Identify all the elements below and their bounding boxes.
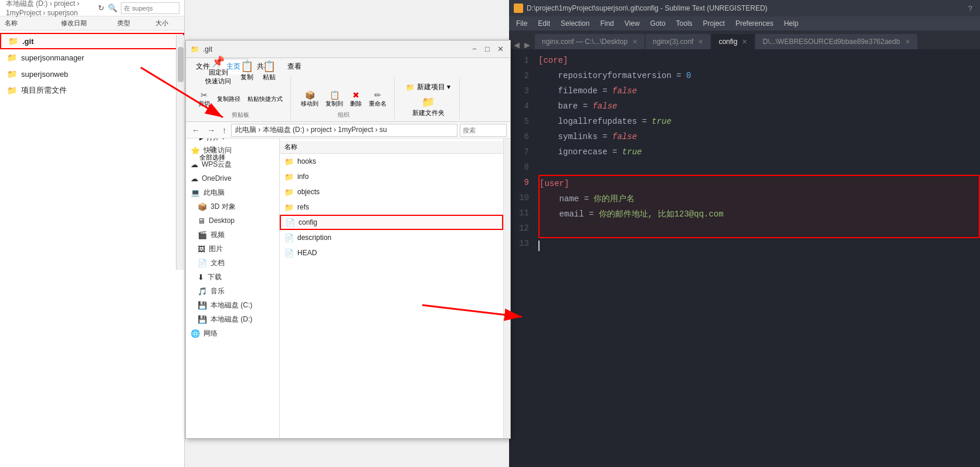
- col-date-header[interactable]: 修改日期: [45, 19, 103, 28]
- back-arrow[interactable]: ←: [189, 126, 202, 135]
- tab-close-icon[interactable]: ✕: [698, 38, 703, 46]
- sidebar-item-quickaccess[interactable]: ⭐ 快速访问: [186, 143, 279, 157]
- exp-col-name[interactable]: 名称: [284, 143, 499, 151]
- pin-button[interactable]: 📌 固定到 快速访问: [201, 53, 235, 87]
- bracket: ]: [563, 53, 568, 68]
- menu-goto[interactable]: Goto: [646, 18, 670, 29]
- menu-help[interactable]: Help: [779, 18, 803, 29]
- up-arrow[interactable]: ↑: [220, 126, 229, 135]
- moveto-button[interactable]: 📦 移动到: [298, 89, 321, 110]
- cut-button[interactable]: ✂ 剪切: [195, 89, 213, 110]
- menu-edit[interactable]: Edit: [533, 18, 555, 29]
- pin-label2: 快速访问: [205, 77, 231, 86]
- refresh-icon[interactable]: ↻: [98, 4, 104, 12]
- sidebar-item-music[interactable]: 🎵 音乐: [186, 284, 279, 298]
- pasteshortcut-label: 粘贴快捷方式: [247, 95, 283, 103]
- forward-arrow[interactable]: →: [205, 126, 218, 135]
- sidebar-item-thispc[interactable]: 💻 此电脑: [186, 185, 279, 199]
- exp-file-item-config[interactable]: 📄 config: [280, 215, 503, 230]
- code-line-6: symlinks = false: [538, 129, 980, 144]
- tab-close-icon[interactable]: ✕: [905, 38, 910, 46]
- list-item[interactable]: 📁 .git: [0, 33, 184, 49]
- explorer-scrollbar[interactable]: [503, 138, 510, 438]
- menu-file[interactable]: File: [511, 18, 532, 29]
- column-headers: 名称 修改日期 类型 大小: [0, 16, 184, 31]
- tab-close-icon[interactable]: ✕: [632, 38, 637, 46]
- copy-button[interactable]: 📋 复制: [236, 58, 257, 83]
- thispc-icon: 💻: [191, 188, 200, 197]
- col-name-header[interactable]: 名称: [5, 19, 45, 28]
- top-search-input[interactable]: [121, 2, 179, 14]
- sidebar-item-network[interactable]: 🌐 网络: [186, 326, 279, 340]
- tab-nginx3-conf[interactable]: nginx(3).conf ✕: [646, 34, 710, 49]
- left-scrollbar[interactable]: [176, 35, 184, 270]
- left-file-panel: 本地磁盘 (D:) › project › 1myProject › super…: [0, 0, 185, 467]
- new-project-button[interactable]: 📁 新建项目 ▾: [402, 80, 455, 94]
- menu-find[interactable]: Find: [595, 18, 618, 29]
- copyto-button[interactable]: 📋 复制到: [323, 89, 346, 110]
- maximize-button[interactable]: □: [482, 44, 493, 55]
- sidebar-item-desktop[interactable]: 🖥 Desktop: [186, 214, 279, 228]
- new-folder-label: 新建文件夹: [412, 109, 445, 117]
- pasteshortcut-button[interactable]: 粘贴快捷方式: [245, 93, 286, 105]
- close-button[interactable]: ✕: [495, 44, 506, 55]
- sidebar-item-3d[interactable]: 📦 3D 对象: [186, 199, 279, 214]
- menu-tools[interactable]: Tools: [672, 18, 697, 29]
- sidebar-item-label: 本地磁盘 (C:): [211, 300, 252, 310]
- tab-label: config: [718, 38, 737, 46]
- folder-icon: 📁: [284, 157, 294, 166]
- sidebar-item-video[interactable]: 🎬 视频: [186, 228, 279, 242]
- sidebar-item-onedrive[interactable]: ☁ OneDrive: [186, 171, 279, 185]
- tab-nginx-conf[interactable]: nginx.conf — C:\...\Desktop ✕: [535, 34, 645, 49]
- menu-preferences[interactable]: Preferences: [731, 18, 778, 29]
- sublime-help-button[interactable]: ?: [965, 3, 975, 13]
- window-folder-icon: 📁: [191, 45, 199, 53]
- exp-file-item-refs[interactable]: 📁 refs: [280, 199, 503, 215]
- sublime-editor[interactable]: 1 2 3 4 5 6 7 8 9 10 11 12 13 [core] rep…: [509, 49, 980, 467]
- exp-file-item-hooks[interactable]: 📁 hooks: [280, 154, 503, 169]
- list-item[interactable]: 📁 superjsonweb: [0, 66, 184, 82]
- code-val: true: [622, 144, 642, 160]
- sidebar-item-diskd[interactable]: 💾 本地磁盘 (D:): [186, 312, 279, 326]
- file-name: info: [297, 172, 499, 181]
- exp-file-item-objects[interactable]: 📁 objects: [280, 184, 503, 199]
- sidebar-item-wpscloud[interactable]: ☁ WPS云盘: [186, 157, 279, 171]
- new-folder-button[interactable]: 📁 新建文件夹: [408, 94, 449, 119]
- tab-close-icon[interactable]: ✕: [742, 38, 747, 46]
- col-size-header[interactable]: 大小: [144, 19, 179, 28]
- sidebar-item-download[interactable]: ⬇ 下载: [186, 270, 279, 284]
- list-item[interactable]: 📁 项目所需文件: [0, 82, 184, 99]
- rename-button[interactable]: ✏ 重命名: [366, 89, 389, 110]
- tab-config[interactable]: config ✕: [711, 34, 754, 49]
- tab-nav-left[interactable]: ◀: [511, 40, 522, 49]
- sidebar-item-picture[interactable]: 🖼 图片: [186, 242, 279, 256]
- exp-file-item-info[interactable]: 📁 info: [280, 169, 503, 184]
- col-type-header[interactable]: 类型: [103, 19, 144, 28]
- editor-content[interactable]: [core] repositoryformatversion = 0 filem…: [534, 49, 980, 467]
- exp-file-item-description[interactable]: 📄 description: [280, 230, 503, 245]
- minimize-button[interactable]: −: [469, 44, 480, 55]
- explorer-search-input[interactable]: [460, 124, 507, 137]
- equals: =: [642, 114, 652, 129]
- menu-selection[interactable]: Selection: [556, 18, 594, 29]
- nav-breadcrumb[interactable]: 此电脑 › 本地磁盘 (D:) › project › 1myProject ›…: [231, 124, 457, 137]
- section-name: core: [543, 53, 563, 68]
- code-line-13: [538, 238, 980, 253]
- ribbon-tab-view[interactable]: 查看: [280, 59, 309, 75]
- clipboard-label: 剪贴板: [232, 111, 249, 119]
- sidebar-item-diskc[interactable]: 💾 本地磁盘 (C:): [186, 298, 279, 312]
- menu-view[interactable]: View: [620, 18, 645, 29]
- paste-button[interactable]: 📋 粘贴: [259, 58, 280, 83]
- organize-row: 📦 移动到 📋 复制到 ✖ 删除 ✏ 重命名: [298, 89, 389, 110]
- exp-file-item-head[interactable]: 📄 HEAD: [280, 245, 503, 260]
- search-icon[interactable]: 🔍: [108, 4, 117, 12]
- copypath-button[interactable]: 复制路径: [214, 93, 243, 105]
- tab-webresource[interactable]: D\...\WEBRESOURCEd9bbae89e3762aedb ✕: [755, 34, 917, 49]
- tab-nav-right[interactable]: ▶: [522, 40, 533, 49]
- delete-button[interactable]: ✖ 删除: [347, 89, 365, 110]
- menu-project[interactable]: Project: [698, 18, 730, 29]
- top-breadcrumb[interactable]: 本地磁盘 (D:) › project › 1myProject › super…: [0, 0, 184, 16]
- explorer-body: ⭐ 快速访问 ☁ WPS云盘 ☁ OneDrive 💻 此电脑 📦 3D 对象 …: [186, 138, 510, 438]
- sidebar-item-doc[interactable]: 📄 文档: [186, 256, 279, 270]
- list-item[interactable]: 📁 superjsonmanager: [0, 49, 184, 66]
